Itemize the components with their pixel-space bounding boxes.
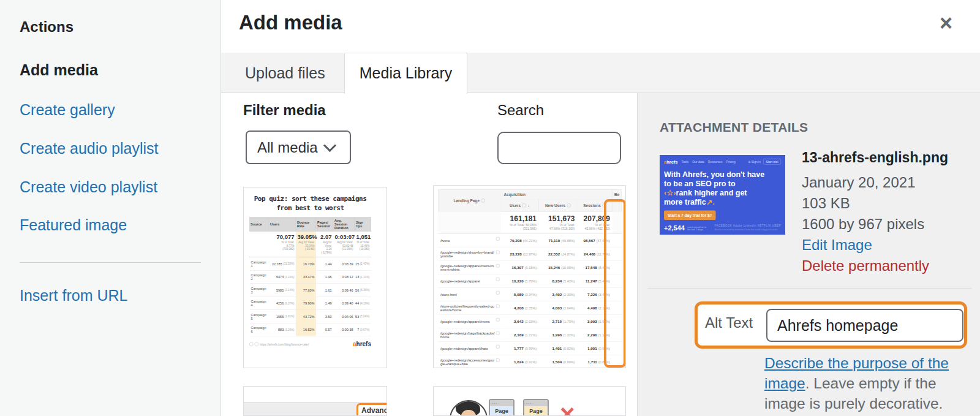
- campaign-name: Campaign 2: [249, 271, 269, 284]
- landing-page-cell: /google+redesign/accessories/google+camp…: [438, 355, 501, 368]
- pop-table-header: Source: [249, 217, 269, 232]
- campaign-name: Campaign 1: [249, 257, 269, 271]
- ahrefs-nav: ahrefs Tools Our data Resources Pricing …: [660, 155, 785, 165]
- alt-text-input[interactable]: [766, 309, 963, 342]
- landing-page-cell: /store.html: [438, 288, 501, 301]
- bounce-rate-cell: 79.90%: [296, 297, 316, 311]
- sign-ups-cell: 7(0.67%): [355, 323, 371, 337]
- landing-page-cell: /google+redesign/shop+by+brand/youtube: [438, 248, 501, 261]
- pop-table-summary-cell: 0:03:07Avg for View: 00:02:48 (11.09%): [333, 232, 355, 257]
- red-x-icon: ×: [560, 401, 575, 416]
- actions-sidebar: Actions Add media Create gallery Create …: [0, 0, 221, 416]
- summary-sub: % of Total: 10.46% (10,050): [356, 241, 370, 251]
- landing-page-cell: /store-policies/frequently-asked-questio…: [438, 301, 501, 315]
- attachment-details-heading: ATTACHMENT DETAILS: [660, 120, 808, 135]
- metric-cell: 1,401(0.92%): [539, 342, 578, 355]
- info-icon: [255, 342, 259, 347]
- ahrefs-logo: ahrefs: [664, 159, 678, 165]
- sign-ups-cell: 56(5.35%): [355, 284, 371, 297]
- edit-image-link[interactable]: Edit Image: [802, 236, 872, 254]
- sidebar-item-insert-from-url[interactable]: Insert from URL: [20, 287, 127, 304]
- page-window-blue: ... Page: [489, 399, 514, 416]
- users-cell: 22,785(31.50%): [269, 257, 296, 271]
- pop-table-summary-cell: 70,077% of Total: 8.77% (799,082): [269, 232, 296, 257]
- brand-logos: FACEBOOK Adobe LinkedIn NETFLIX UBER Ahr…: [714, 224, 781, 231]
- campaign-name: Campaign 5: [249, 310, 269, 323]
- sidebar-item-featured-image[interactable]: Featured image: [20, 216, 127, 234]
- media-item-pop-quiz[interactable]: Pop quiz: sort these campaigns from best…: [243, 187, 387, 368]
- close-icon[interactable]: ×: [940, 12, 952, 34]
- metric-cell: 3,642(2.03%): [501, 315, 540, 328]
- sidebar-item-create-gallery[interactable]: Create gallery: [20, 101, 115, 119]
- pop-table-header: Pages/ Session: [316, 217, 333, 232]
- advanced-filters-badge: Advanced Filt: [356, 403, 387, 416]
- analytics-table: Landing Page AcquisitionBeUsers ↓New Use…: [438, 189, 622, 368]
- behavior-group-header-cut: Be: [612, 189, 622, 200]
- sign-ups-cell: 13(1.33%): [355, 271, 371, 284]
- page-label: Page: [490, 406, 513, 416]
- pages-session-cell: 0.57: [316, 323, 333, 337]
- campaign-name: Campaign 4: [249, 297, 269, 311]
- delete-permanently-link[interactable]: Delete permanently: [802, 257, 929, 274]
- page-label: Page: [524, 406, 548, 416]
- users-cell: 1955(1.91%): [269, 310, 296, 323]
- pages-session-cell: 3.50: [316, 310, 333, 323]
- campaign-name: Campaign 3: [249, 284, 269, 297]
- media-item-advanced-filters[interactable]: Advanced Filt: [243, 386, 387, 416]
- tab-upload-files[interactable]: Upload files: [245, 53, 325, 93]
- metric-cell: 10,220(5.70%): [501, 274, 540, 288]
- pages-session-cell: 1.44: [316, 257, 333, 271]
- pop-table-header: Sign Ups: [355, 217, 371, 232]
- summary-sub: Avg for View: 00:02:48 (11.09%): [335, 241, 353, 251]
- tab-media-library[interactable]: Media Library: [344, 53, 467, 94]
- metric-cell: 2,169(1.21%): [501, 328, 540, 342]
- window-titlebar: ...: [524, 400, 548, 406]
- sign-ups-cell: 44(4.19%): [355, 297, 371, 311]
- bounce-rate-cell: 33.47%: [296, 271, 316, 284]
- page-title: Add media: [239, 11, 342, 34]
- metric-cell: 15,246(10.05%): [539, 261, 578, 274]
- media-filter-select[interactable]: All media: [246, 130, 351, 164]
- attachment-filesize: 103 KB: [802, 195, 850, 212]
- landing-page-cell: /google+redesign/bags/backpacks/home: [438, 328, 501, 342]
- filter-media-label: Filter media: [243, 102, 326, 119]
- pop-table-summary-cell: [249, 232, 269, 257]
- pop-table-header: Users: [269, 217, 296, 232]
- metric-cell: 2,715(1.79%): [539, 315, 578, 328]
- alt-text-label: Alt Text: [705, 314, 753, 331]
- bounce-rate-cell: 16.73%: [296, 257, 316, 271]
- search-input[interactable]: [497, 132, 621, 164]
- metric-cell: 23,228(12.97%): [501, 248, 540, 261]
- metric-cell: 79,208(44.21%): [501, 234, 540, 248]
- campaign-name: Campaign 6: [249, 323, 269, 337]
- sidebar-heading: Actions: [20, 18, 74, 36]
- behavior-column-highlight: [604, 199, 626, 368]
- landing-page-cell: /google+redesign/apparel/mens/mens+t+shi…: [438, 261, 501, 274]
- pop-quiz-title: Pop quiz: sort these campaigns from best…: [244, 194, 376, 212]
- star-icon: ‹☆›: [664, 188, 676, 197]
- landing-page-cell: /google+redesign/apparel: [438, 274, 501, 288]
- media-item-duplicate-pages[interactable]: ... Page ... Page ×: [433, 386, 626, 416]
- session-duration-cell: 0:09:46: [333, 284, 355, 297]
- media-item-analytics[interactable]: Landing Page AcquisitionBeUsers ↓New Use…: [433, 185, 626, 368]
- sidebar-item-add-media[interactable]: Add media: [20, 61, 98, 79]
- window-titlebar: ...: [490, 400, 513, 406]
- users-cell: 5980(3.14%): [269, 284, 296, 297]
- sidebar-item-create-video-playlist[interactable]: Create video playlist: [20, 178, 157, 196]
- attachment-details-panel: ATTACHMENT DETAILS ahrefs Tools Our data…: [637, 93, 980, 416]
- bounce-rate-cell: 16.82%: [296, 323, 316, 337]
- landing-page-cell: /home: [438, 234, 501, 248]
- pop-table-summary-cell: 1,051% of Total: 10.46% (10,050): [355, 232, 371, 257]
- bounce-rate-cell: 77.60%: [296, 284, 316, 297]
- new-users-column-header: New Users: [539, 200, 578, 212]
- pop-table-header: Bounce Rate: [296, 217, 316, 232]
- nav-link: Tools: [682, 160, 689, 164]
- summary-sub: Avg for View: 2.20 (-5.79%): [318, 241, 332, 254]
- landing-page-cell: /google+redesign/apparel/hats: [438, 342, 501, 355]
- session-duration-cell: 0:00:38: [333, 323, 355, 337]
- cartoon-face: [450, 400, 488, 416]
- sidebar-item-create-audio-playlist[interactable]: Create audio playlist: [20, 140, 159, 157]
- stat-caption: users joined us in the last 7 days: [687, 225, 706, 231]
- chevron-down-icon: [323, 139, 336, 152]
- session-duration-cell: 0:04:06: [333, 310, 355, 323]
